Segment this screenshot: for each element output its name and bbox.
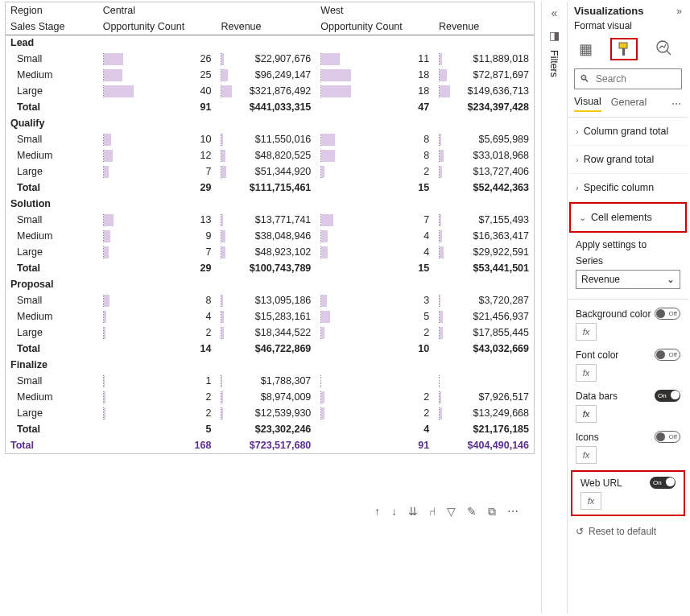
filters-label: Filters <box>548 50 560 77</box>
svg-line-3 <box>667 51 671 55</box>
header-rev-w: Revenue <box>434 19 534 35</box>
reset-label: Reset to default <box>589 526 656 537</box>
chevron-down-icon: ⌄ <box>579 213 586 223</box>
table-row[interactable]: Medium 4 $15,283,161 5 $21,456,937 <box>6 308 534 325</box>
card-row-grand-total[interactable]: › Row grand total <box>568 146 688 174</box>
drill-up-icon[interactable]: ↑ <box>374 505 380 518</box>
tabs-more-icon[interactable]: ⋯ <box>671 98 682 110</box>
focus-mode-icon[interactable]: ✎ <box>467 505 477 518</box>
tab-visual[interactable]: Visual <box>574 96 601 112</box>
subtotal-row: Total14$46,722,869 10$43,032,669 <box>6 341 534 357</box>
chevron-right-icon: › <box>576 183 579 192</box>
table-row[interactable]: Large 40 $321,876,492 18 $149,636,713 <box>6 83 534 99</box>
subtotal-row: Total5$23,302,246 4$21,176,185 <box>6 421 534 437</box>
apply-settings-label: Apply settings to <box>576 239 680 250</box>
data-bars-fx-button[interactable]: fx <box>576 405 597 423</box>
web-url-label: Web URL <box>581 478 622 489</box>
search-input[interactable]: 🔍︎ <box>574 68 682 89</box>
series-label: Series <box>576 255 680 267</box>
svg-rect-1 <box>622 48 625 56</box>
card-label: Cell elements <box>591 212 652 223</box>
font-color-fx-button[interactable]: fx <box>576 364 597 382</box>
expand-down-icon[interactable]: ⇊ <box>408 505 418 518</box>
web-url-toggle[interactable]: On <box>650 477 676 489</box>
section-row[interactable]: Solution <box>6 196 534 212</box>
subtotal-row: Total29$111,715,461 15$52,442,363 <box>6 180 534 196</box>
more-options-icon[interactable]: ⋯ <box>507 505 519 518</box>
viz-title: Visualizations <box>574 5 643 17</box>
tab-general[interactable]: General <box>611 97 647 111</box>
bg-color-fx-button[interactable]: fx <box>576 323 597 341</box>
table-row[interactable]: Medium 12 $48,820,525 8 $33,018,968 <box>6 147 534 163</box>
filter-icon[interactable]: ▽ <box>447 505 456 518</box>
data-bars-toggle[interactable]: On <box>655 390 680 402</box>
search-icon: 🔍︎ <box>580 73 589 85</box>
expand-all-icon[interactable]: ⑁ <box>429 505 436 518</box>
card-label: Row grand total <box>584 154 655 165</box>
visualizations-pane: Visualizations » Format visual ▦ 🔍︎ Visu… <box>567 2 688 614</box>
svg-rect-0 <box>619 43 627 48</box>
subtotal-row: Total29$100,743,789 15$53,441,501 <box>6 260 534 276</box>
header-rev-c: Revenue <box>216 19 316 35</box>
icons-fx-button[interactable]: fx <box>576 446 597 464</box>
filters-pane-collapsed[interactable]: « ◨ Filters <box>541 2 567 614</box>
filter-pane-icon: ◨ <box>542 29 567 42</box>
card-label: Specific column <box>584 182 655 193</box>
matrix-table: Region Central West Sales Stage Opportun… <box>6 2 534 453</box>
search-field[interactable] <box>594 72 667 85</box>
visual-toolbar: ↑ ↓ ⇊ ⑁ ▽ ✎ ⧉ ⋯ <box>5 499 535 523</box>
viz-subtitle: Format visual <box>568 19 688 36</box>
header-region: Region <box>6 2 98 19</box>
matrix-visual[interactable]: Region Central West Sales Stage Opportun… <box>5 2 535 454</box>
font-color-toggle[interactable]: Off <box>655 349 680 361</box>
section-row[interactable]: Lead <box>6 35 534 51</box>
card-column-grand-total[interactable]: › Column grand total <box>568 118 688 146</box>
subtotal-row: Total91$441,033,315 47$234,397,428 <box>6 99 534 115</box>
reset-to-default[interactable]: ↺ Reset to default <box>568 516 688 547</box>
table-row[interactable]: Small 13 $13,771,741 7 $7,155,493 <box>6 212 534 228</box>
header-opp-w: Opportunity Count <box>316 19 434 35</box>
grand-total-row: Total168$723,517,680 91$404,490,146 <box>6 437 534 453</box>
section-row[interactable]: Finalize <box>6 357 534 373</box>
table-row[interactable]: Medium 25 $96,249,147 18 $72,871,697 <box>6 67 534 83</box>
drill-down-icon[interactable]: ↓ <box>391 505 397 518</box>
card-specific-column[interactable]: › Specific column <box>568 174 688 202</box>
series-value: Revenue <box>581 274 620 285</box>
table-row[interactable]: Large 2 $18,344,522 2 $17,855,445 <box>6 325 534 341</box>
bg-color-label: Background color <box>576 308 651 320</box>
header-opp-c: Opportunity Count <box>98 19 217 35</box>
popout-icon[interactable]: ⧉ <box>488 505 496 519</box>
chevron-right-icon: › <box>576 126 579 136</box>
icons-label: Icons <box>576 432 599 443</box>
card-label: Column grand total <box>584 126 669 137</box>
table-row[interactable]: Small 1 $1,788,307 <box>6 373 534 389</box>
table-row[interactable]: Large 7 $48,923,102 4 $29,922,591 <box>6 244 534 260</box>
header-salesstage: Sales Stage <box>6 19 98 35</box>
table-row[interactable]: Small 10 $11,550,016 8 $5,695,989 <box>6 131 534 147</box>
analytics-icon[interactable] <box>655 39 671 60</box>
header-region-west: West <box>316 2 534 19</box>
web-url-fx-button[interactable]: fx <box>581 492 601 510</box>
header-region-central: Central <box>98 2 316 19</box>
table-row[interactable]: Medium 9 $38,048,946 4 $16,363,417 <box>6 228 534 244</box>
chevron-right-icon: › <box>576 155 579 164</box>
chevron-down-icon: ⌄ <box>667 274 675 285</box>
format-visual-button[interactable] <box>610 38 638 60</box>
table-row[interactable]: Large 7 $51,344,920 2 $13,727,406 <box>6 163 534 180</box>
reset-icon: ↺ <box>576 526 584 537</box>
series-dropdown[interactable]: Revenue ⌄ <box>576 270 680 289</box>
data-bars-label: Data bars <box>576 391 618 402</box>
icons-toggle[interactable]: Off <box>655 431 680 443</box>
expand-filters-icon[interactable]: « <box>542 6 567 19</box>
bg-color-toggle[interactable]: Off <box>655 308 680 320</box>
font-color-label: Font color <box>576 349 618 361</box>
table-row[interactable]: Medium 2 $8,974,009 2 $7,926,517 <box>6 389 534 405</box>
table-row[interactable]: Small 26 $22,907,676 11 $11,889,018 <box>6 51 534 67</box>
build-visual-icon[interactable]: ▦ <box>579 40 593 58</box>
collapse-viz-icon[interactable]: » <box>676 6 682 17</box>
card-cell-elements[interactable]: ⌄ Cell elements <box>569 202 687 233</box>
section-row[interactable]: Proposal <box>6 276 534 292</box>
table-row[interactable]: Small 8 $13,095,186 3 $3,720,287 <box>6 292 534 308</box>
table-row[interactable]: Large 2 $12,539,930 2 $13,249,668 <box>6 405 534 421</box>
section-row[interactable]: Qualify <box>6 115 534 131</box>
